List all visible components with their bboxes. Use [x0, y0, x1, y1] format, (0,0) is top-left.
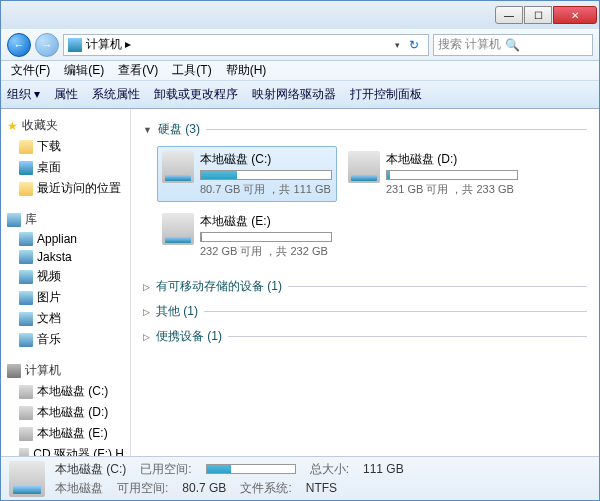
- status-title: 本地磁盘 (C:): [55, 461, 126, 478]
- sidebar-item-pictures[interactable]: 图片: [3, 287, 128, 308]
- sidebar: ★ 收藏夹 下载 桌面 最近访问的位置 库 Applian Jaksta 视频 …: [1, 109, 131, 456]
- menu-tools[interactable]: 工具(T): [166, 60, 217, 81]
- search-icon: 🔍: [505, 38, 520, 52]
- computer-icon: [68, 38, 82, 52]
- sidebar-item-desktop[interactable]: 桌面: [3, 157, 128, 178]
- library-icon: [19, 232, 33, 246]
- collapse-icon: ▼: [143, 125, 152, 135]
- expand-icon: ▷: [143, 307, 150, 317]
- drive-icon: [19, 406, 33, 420]
- maximize-button[interactable]: ☐: [524, 6, 552, 24]
- drive-usage-bar: [200, 232, 332, 242]
- navbar: ← → 计算机 ▸ ▾ ↻ 搜索 计算机 🔍: [1, 29, 599, 61]
- drive-icon: [162, 213, 194, 245]
- sidebar-item-downloads[interactable]: 下载: [3, 136, 128, 157]
- status-subtitle: 本地磁盘: [55, 480, 103, 497]
- drive-usage-bar: [386, 170, 518, 180]
- address-bar[interactable]: 计算机 ▸ ▾ ↻: [63, 34, 429, 56]
- uninstall-button[interactable]: 卸载或更改程序: [154, 86, 238, 103]
- group-other[interactable]: ▷ 其他 (1): [143, 299, 587, 324]
- status-fs-value: NTFS: [306, 481, 337, 495]
- drive-icon: [19, 427, 33, 441]
- status-fs-label: 文件系统:: [240, 480, 291, 497]
- statusbar: 本地磁盘 (C:) 已用空间: 总大小: 111 GB 本地磁盘 可用空间: 8…: [1, 456, 599, 500]
- titlebar: — ☐ ✕: [1, 1, 599, 29]
- sidebar-item-drive-e[interactable]: 本地磁盘 (E:): [3, 423, 128, 444]
- sidebar-item-cddrive[interactable]: CD 驱动器 (F:) H: [3, 444, 128, 456]
- drive-icon: [162, 151, 194, 183]
- group-removable[interactable]: ▷ 有可移动存储的设备 (1): [143, 274, 587, 299]
- menu-edit[interactable]: 编辑(E): [58, 60, 110, 81]
- drive-subtext: 80.7 GB 可用 ，共 111 GB: [200, 182, 332, 197]
- sidebar-item-documents[interactable]: 文档: [3, 308, 128, 329]
- status-free-label: 可用空间:: [117, 480, 168, 497]
- menu-help[interactable]: 帮助(H): [220, 60, 273, 81]
- drives-list: 本地磁盘 (C:)80.7 GB 可用 ，共 111 GB本地磁盘 (D:)23…: [143, 142, 587, 274]
- drive-name: 本地磁盘 (C:): [200, 151, 332, 168]
- back-button[interactable]: ←: [7, 33, 31, 57]
- expand-icon: ▷: [143, 282, 150, 292]
- sidebar-item-drive-c[interactable]: 本地磁盘 (C:): [3, 381, 128, 402]
- forward-button[interactable]: →: [35, 33, 59, 57]
- recent-icon: [19, 182, 33, 196]
- picture-icon: [19, 291, 33, 305]
- address-dropdown-icon[interactable]: ▾: [395, 40, 400, 50]
- drive-item[interactable]: 本地磁盘 (D:)231 GB 可用 ，共 233 GB: [343, 146, 523, 202]
- search-input[interactable]: 搜索 计算机 🔍: [433, 34, 593, 56]
- close-button[interactable]: ✕: [553, 6, 597, 24]
- search-placeholder: 搜索 计算机: [438, 36, 501, 53]
- sidebar-computer-head[interactable]: 计算机: [3, 360, 128, 381]
- music-icon: [19, 333, 33, 347]
- organize-button[interactable]: 组织 ▾: [7, 86, 40, 103]
- explorer-window: — ☐ ✕ ← → 计算机 ▸ ▾ ↻ 搜索 计算机 🔍 文件(F) 编辑(E)…: [0, 0, 600, 501]
- sysprops-button[interactable]: 系统属性: [92, 86, 140, 103]
- sidebar-item-applian[interactable]: Applian: [3, 230, 128, 248]
- refresh-button[interactable]: ↻: [404, 38, 424, 52]
- library-icon: [7, 213, 21, 227]
- status-used-label: 已用空间:: [140, 461, 191, 478]
- drive-subtext: 232 GB 可用 ，共 232 GB: [200, 244, 332, 259]
- sidebar-item-drive-d[interactable]: 本地磁盘 (D:): [3, 402, 128, 423]
- sidebar-item-jaksta[interactable]: Jaksta: [3, 248, 128, 266]
- drive-usage-bar: [200, 170, 332, 180]
- status-free-value: 80.7 GB: [182, 481, 226, 495]
- menu-file[interactable]: 文件(F): [5, 60, 56, 81]
- sidebar-libraries-head[interactable]: 库: [3, 209, 128, 230]
- document-icon: [19, 312, 33, 326]
- properties-button[interactable]: 属性: [54, 86, 78, 103]
- group-portable[interactable]: ▷ 便携设备 (1): [143, 324, 587, 349]
- desktop-icon: [19, 161, 33, 175]
- drive-icon: [9, 461, 45, 497]
- drive-subtext: 231 GB 可用 ，共 233 GB: [386, 182, 518, 197]
- menubar: 文件(F) 编辑(E) 查看(V) 工具(T) 帮助(H): [1, 61, 599, 81]
- drive-name: 本地磁盘 (D:): [386, 151, 518, 168]
- expand-icon: ▷: [143, 332, 150, 342]
- drive-icon: [348, 151, 380, 183]
- cd-icon: [19, 448, 29, 457]
- status-total-value: 111 GB: [363, 462, 404, 476]
- sidebar-item-videos[interactable]: 视频: [3, 266, 128, 287]
- drive-item[interactable]: 本地磁盘 (C:)80.7 GB 可用 ，共 111 GB: [157, 146, 337, 202]
- mapnet-button[interactable]: 映射网络驱动器: [252, 86, 336, 103]
- menu-view[interactable]: 查看(V): [112, 60, 164, 81]
- drive-item[interactable]: 本地磁盘 (E:)232 GB 可用 ，共 232 GB: [157, 208, 337, 264]
- star-icon: ★: [7, 119, 18, 133]
- video-icon: [19, 270, 33, 284]
- toolbar: 组织 ▾ 属性 系统属性 卸载或更改程序 映射网络驱动器 打开控制面板: [1, 81, 599, 109]
- main-content: ▼ 硬盘 (3) 本地磁盘 (C:)80.7 GB 可用 ，共 111 GB本地…: [131, 109, 599, 456]
- ctrlpanel-button[interactable]: 打开控制面板: [350, 86, 422, 103]
- library-icon: [19, 250, 33, 264]
- group-hdd[interactable]: ▼ 硬盘 (3): [143, 117, 587, 142]
- status-usage-bar: [206, 464, 296, 474]
- minimize-button[interactable]: —: [495, 6, 523, 24]
- body: ★ 收藏夹 下载 桌面 最近访问的位置 库 Applian Jaksta 视频 …: [1, 109, 599, 456]
- drive-icon: [19, 385, 33, 399]
- sidebar-item-music[interactable]: 音乐: [3, 329, 128, 350]
- sidebar-favorites-head[interactable]: ★ 收藏夹: [3, 115, 128, 136]
- computer-icon: [7, 364, 21, 378]
- drive-name: 本地磁盘 (E:): [200, 213, 332, 230]
- folder-icon: [19, 140, 33, 154]
- sidebar-item-recent[interactable]: 最近访问的位置: [3, 178, 128, 199]
- status-total-label: 总大小:: [310, 461, 349, 478]
- breadcrumb[interactable]: 计算机 ▸: [86, 36, 391, 53]
